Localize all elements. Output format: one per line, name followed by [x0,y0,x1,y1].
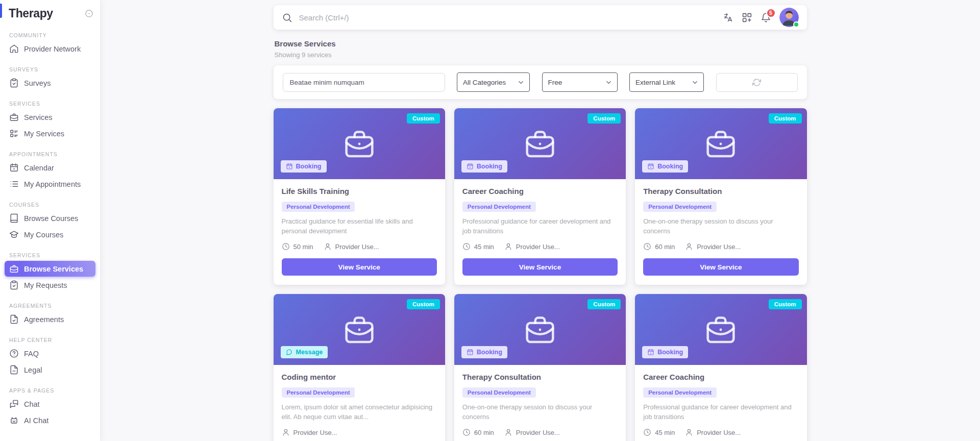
provider: Provider Use... [504,428,560,436]
price-select[interactable]: Free [542,72,618,92]
sidebar-item-chat[interactable]: Chat [5,396,95,412]
language-icon[interactable] [723,12,733,23]
calendar-icon [9,163,19,173]
category-pill: Personal Development [462,202,536,212]
service-title: Career Coaching [643,373,798,381]
briefcase-icon [9,112,19,122]
service-type-tag: Booking [461,346,507,358]
view-service-button[interactable]: View Service [643,258,798,276]
filters-bar: All Categories Free External Link [274,65,807,99]
avatar[interactable] [779,8,799,27]
sidebar-item-my-requests[interactable]: My Requests [5,277,95,293]
service-description: Professional guidance for career develop… [643,403,798,422]
keyword-filter-input[interactable] [283,73,445,92]
service-description: One-on-one therapy session to discuss yo… [462,403,618,422]
sidebar-item-agreements[interactable]: Agreements [5,311,95,327]
sidebar-item-browse-services[interactable]: Browse Services [5,261,95,277]
briefcase-icon [9,264,19,274]
notifications-bell-icon[interactable]: 5 [761,12,771,23]
calendar-icon [467,349,474,356]
sidebar-section-label: SERVICES [9,101,91,107]
clock-icon [643,428,651,436]
sidebar-section-label: COURSES [9,202,91,208]
chat-icon [9,399,19,409]
global-search-input[interactable] [298,13,723,22]
sidebar-item-calendar[interactable]: Calendar [5,160,95,176]
category-pill: Personal Development [462,387,536,398]
category-select[interactable]: All Categories [457,72,530,92]
briefcase-icon [704,128,737,160]
service-card-header: Custom Booking [454,294,626,365]
calendar-icon [467,163,474,170]
view-service-button[interactable]: View Service [462,258,618,276]
brand-accent-bar [0,4,2,18]
type-select[interactable]: External Link [629,72,704,92]
calendar-icon [286,163,293,170]
calendar-icon [647,163,654,170]
category-pill: Personal Development [643,202,717,212]
duration: 60 min [462,428,494,436]
service-card-header: Custom Message [274,294,445,365]
book-icon [9,213,19,223]
provider: Provider Use... [282,428,337,436]
service-meta: 50 min Provider Use... [282,241,437,252]
duration: 45 min [643,428,675,436]
briefcase-icon [343,128,376,160]
chevron-down-icon [605,79,612,86]
custom-badge: Custom [587,299,621,309]
list-icon [9,179,19,189]
notification-count-badge: 5 [766,8,776,18]
view-service-button[interactable]: View Service [282,258,437,276]
sidebar-section-label: SERVICES [9,252,91,258]
file-check-icon [9,314,19,324]
custom-badge: Custom [407,299,440,309]
graduation-cap-icon [9,230,19,239]
reset-filters-button[interactable] [716,73,798,92]
service-card: Custom Booking Career Coaching Personal … [635,294,806,441]
list-details-icon [9,129,19,138]
service-type-tag: Message [281,346,328,358]
online-status-dot [793,21,799,28]
user-icon [324,242,332,251]
topbar: 5 [274,5,807,30]
sidebar-section-label: APPOINTMENTS [9,151,91,157]
user-icon [282,428,290,436]
briefcase-icon [704,313,737,346]
category-pill: Personal Development [282,387,355,398]
sidebar-section-label: COMMUNITY [9,32,91,38]
sidebar-item-my-courses[interactable]: My Courses [5,227,95,242]
sidebar-item-services[interactable]: Services [5,109,95,125]
sidebar-pin-toggle-icon[interactable] [85,9,93,18]
service-card: Custom Booking Therapy Consultation Pers… [635,108,806,285]
service-description: Lorem, ipsum dolor sit amet consectetur … [282,403,437,422]
sidebar-item-my-services[interactable]: My Services [5,126,95,141]
service-type-tag: Booking [281,160,327,173]
service-description: Professional guidance for career develop… [462,217,618,236]
service-title: Therapy Consultation [462,373,618,381]
clipboard-icon [9,78,19,88]
duration: 60 min [643,242,675,251]
sidebar-item-surveys[interactable]: Surveys [5,75,95,91]
sidebar-item-my-appointments[interactable]: My Appointments [5,176,95,192]
robot-icon [9,415,19,425]
user-icon [504,428,512,436]
main-content: 5 Browse Services [100,0,980,441]
sidebar-item-faq[interactable]: FAQ [5,346,95,361]
user-icon [504,242,512,251]
service-title: Career Coaching [462,187,618,195]
sidebar-item-provider-network[interactable]: Provider Network [5,41,95,57]
provider: Provider Use... [504,242,560,251]
shortcuts-grid-icon[interactable] [742,12,752,23]
category-pill: Personal Development [282,202,355,212]
page-title: Browse Services [275,39,806,48]
sidebar-item-ai-chat[interactable]: AI Chat [5,412,95,428]
sidebar-item-legal[interactable]: Legal [5,362,95,378]
service-meta: 45 min Provider Use... [462,241,618,252]
sidebar-section-label: HELP CENTER [9,337,91,343]
service-title: Coding mentor [282,373,437,381]
custom-badge: Custom [587,113,621,124]
service-card: Custom Booking Therapy Consultation Pers… [454,294,626,441]
message-icon [286,349,293,356]
sidebar-item-browse-courses[interactable]: Browse Courses [5,210,95,226]
briefcase-icon [524,128,556,160]
